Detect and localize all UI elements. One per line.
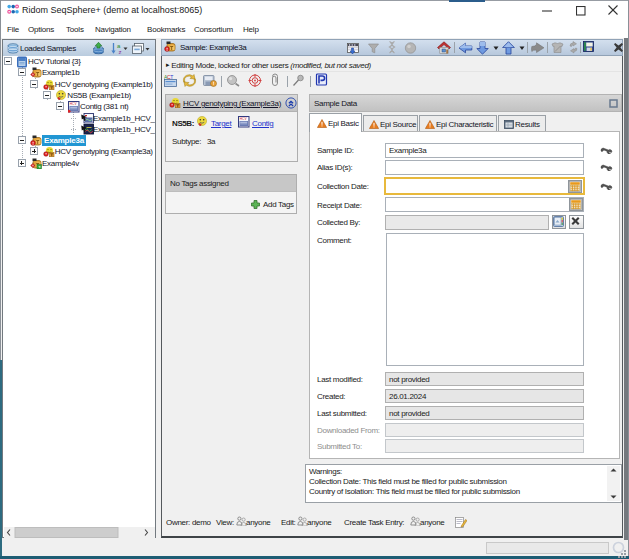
svg-text:a: a bbox=[117, 43, 121, 49]
svg-text:HCV: HCV bbox=[70, 102, 78, 106]
svg-text:HCV: HCV bbox=[240, 117, 248, 121]
svg-text:z: z bbox=[119, 49, 122, 55]
svg-text:ACT: ACT bbox=[164, 74, 173, 80]
